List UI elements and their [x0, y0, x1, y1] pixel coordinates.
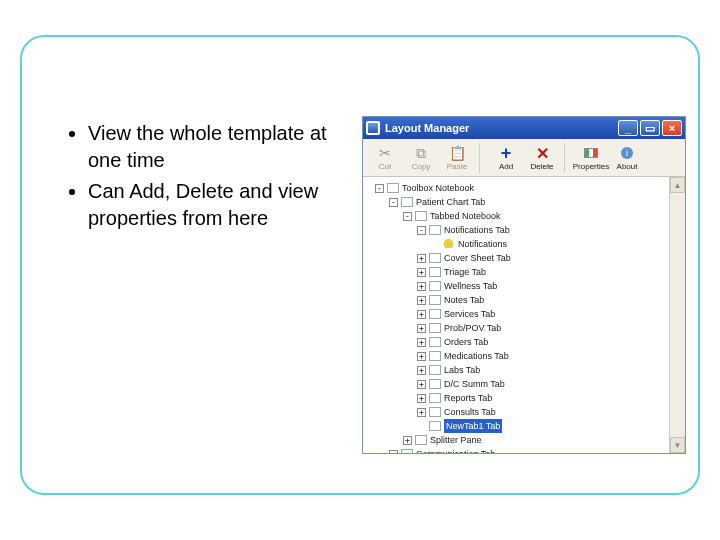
tree-node-label: Services Tab	[444, 307, 495, 321]
titlebar[interactable]: Layout Manager _ ▭ ×	[363, 117, 685, 139]
sheet-icon	[429, 323, 441, 333]
expand-icon[interactable]: +	[403, 436, 412, 445]
tree-node[interactable]: NewTab1 Tab	[365, 419, 667, 433]
tree-node[interactable]: -Patient Chart Tab	[365, 195, 667, 209]
expand-icon[interactable]: +	[417, 268, 426, 277]
tree-node-label: Patient Chart Tab	[416, 195, 485, 209]
paste-button: 📋 Paste	[439, 144, 475, 171]
tree-node[interactable]: +Consults Tab	[365, 405, 667, 419]
tree-node[interactable]: Notifications	[365, 237, 667, 251]
expand-icon[interactable]: +	[417, 324, 426, 333]
scroll-up-button[interactable]: ▲	[670, 177, 685, 193]
sheet-icon	[429, 351, 441, 361]
sheet-icon	[429, 421, 441, 431]
toolbar-separator	[479, 143, 484, 173]
tree-node[interactable]: +Wellness Tab	[365, 279, 667, 293]
minimize-button[interactable]: _	[618, 120, 638, 136]
tree-node-label: Triage Tab	[444, 265, 486, 279]
toolbar: ✂ Cut ⧉ Copy 📋 Paste + Add ✕ Delete Prop…	[363, 139, 685, 177]
collapse-icon[interactable]: -	[389, 450, 398, 454]
expand-icon[interactable]: +	[417, 282, 426, 291]
expand-icon[interactable]: +	[417, 394, 426, 403]
none-icon	[417, 422, 426, 431]
expand-icon[interactable]: +	[417, 366, 426, 375]
tree-node[interactable]: +Orders Tab	[365, 335, 667, 349]
expand-icon[interactable]: +	[417, 338, 426, 347]
tree-node-label: Communication Tab	[416, 447, 495, 453]
tree-node-label: Medications Tab	[444, 349, 509, 363]
collapse-icon[interactable]: -	[375, 184, 384, 193]
tree-node-label: Notifications	[458, 237, 507, 251]
sheet-icon	[429, 365, 441, 375]
close-button[interactable]: ×	[662, 120, 682, 136]
tree-node[interactable]: +Cover Sheet Tab	[365, 251, 667, 265]
bullet-item: View the whole template at one time	[88, 120, 330, 174]
tree-node[interactable]: -Communication Tab	[365, 447, 667, 453]
tree-node-label: Prob/POV Tab	[444, 321, 501, 335]
window-buttons: _ ▭ ×	[618, 120, 682, 136]
info-icon: i	[621, 144, 633, 162]
collapse-icon[interactable]: -	[389, 198, 398, 207]
tree-node[interactable]: +Reports Tab	[365, 391, 667, 405]
tree-node[interactable]: +Prob/POV Tab	[365, 321, 667, 335]
sheet-icon	[429, 267, 441, 277]
delete-button[interactable]: ✕ Delete	[524, 144, 560, 171]
expand-icon[interactable]: +	[417, 296, 426, 305]
bell-icon	[443, 239, 455, 249]
toolbar-label: Cut	[379, 162, 391, 171]
tree-node[interactable]: +D/C Summ Tab	[365, 377, 667, 391]
sheet-icon	[429, 393, 441, 403]
tree-node[interactable]: -Toolbox Notebook	[365, 181, 667, 195]
toolbar-label: Add	[499, 162, 513, 171]
tree-node[interactable]: +Triage Tab	[365, 265, 667, 279]
toolbar-separator	[564, 143, 569, 173]
tree-view[interactable]: -Toolbox Notebook-Patient Chart Tab-Tabb…	[363, 177, 669, 453]
toolbar-label: Copy	[412, 162, 431, 171]
sheet-icon	[415, 435, 427, 445]
expand-icon[interactable]: +	[417, 380, 426, 389]
tree-node[interactable]: +Splitter Pane	[365, 433, 667, 447]
window-title: Layout Manager	[385, 122, 469, 134]
tree-node[interactable]: -Notifications Tab	[365, 223, 667, 237]
sheet-icon	[429, 281, 441, 291]
window-body: -Toolbox Notebook-Patient Chart Tab-Tabb…	[363, 177, 685, 453]
tree-node[interactable]: +Services Tab	[365, 307, 667, 321]
plus-icon: +	[501, 144, 512, 162]
expand-icon[interactable]: +	[417, 408, 426, 417]
layout-manager-window: Layout Manager _ ▭ × ✂ Cut ⧉ Copy 📋 Past…	[362, 116, 686, 454]
sheet-icon	[401, 197, 413, 207]
properties-icon	[584, 144, 598, 162]
collapse-icon[interactable]: -	[403, 212, 412, 221]
tree-node-label: Reports Tab	[444, 391, 492, 405]
sheet-icon	[429, 225, 441, 235]
expand-icon[interactable]: +	[417, 254, 426, 263]
app-icon	[366, 121, 380, 135]
sheet-icon	[429, 295, 441, 305]
properties-button[interactable]: Properties	[573, 144, 609, 171]
tree-node-label: Consults Tab	[444, 405, 496, 419]
maximize-button[interactable]: ▭	[640, 120, 660, 136]
tree-node-label: Notes Tab	[444, 293, 484, 307]
add-button[interactable]: + Add	[488, 144, 524, 171]
tree-node-label: Cover Sheet Tab	[444, 251, 511, 265]
toolbar-label: About	[617, 162, 638, 171]
tree-node-label: NewTab1 Tab	[444, 419, 502, 433]
toolbar-label: Paste	[447, 162, 467, 171]
tree-node[interactable]: +Notes Tab	[365, 293, 667, 307]
copy-button: ⧉ Copy	[403, 144, 439, 171]
scroll-down-button[interactable]: ▼	[670, 437, 685, 453]
cut-button: ✂ Cut	[367, 144, 403, 171]
about-button[interactable]: i About	[609, 144, 645, 171]
tree-node[interactable]: -Tabbed Notebook	[365, 209, 667, 223]
collapse-icon[interactable]: -	[417, 226, 426, 235]
scissors-icon: ✂	[379, 144, 391, 162]
tree-node[interactable]: +Labs Tab	[365, 363, 667, 377]
tree-node-label: Wellness Tab	[444, 279, 497, 293]
sheet-icon	[429, 337, 441, 347]
tree-node[interactable]: +Medications Tab	[365, 349, 667, 363]
tree-node-label: Notifications Tab	[444, 223, 510, 237]
expand-icon[interactable]: +	[417, 310, 426, 319]
vertical-scrollbar[interactable]: ▲ ▼	[669, 177, 685, 453]
expand-icon[interactable]: +	[417, 352, 426, 361]
x-icon: ✕	[536, 144, 549, 162]
